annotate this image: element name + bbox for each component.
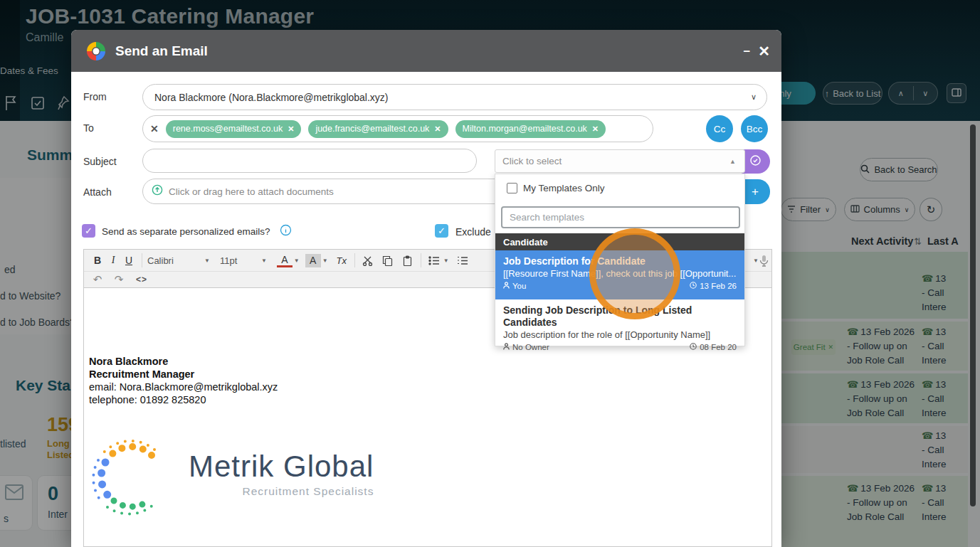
template-owner: You [512, 282, 526, 290]
signature-role: Recruitment Manager [89, 368, 278, 381]
clear-formatting-button[interactable]: Tx [334, 252, 349, 269]
template-search-input[interactable] [501, 206, 740, 228]
signature-email: email: Nora.Blackmore@metrikglobal.xyz [89, 381, 278, 393]
template-owner: No Owner [512, 343, 549, 351]
my-templates-label: My Templates Only [523, 183, 605, 193]
chevron-down-icon: ∨ [751, 92, 757, 102]
underline-button[interactable]: U [121, 252, 137, 269]
divider [421, 253, 421, 267]
template-subtitle: Job description for the role of [[Opport… [503, 329, 737, 341]
my-templates-checkbox[interactable] [507, 183, 517, 193]
cc-button[interactable]: Cc [706, 115, 733, 142]
bcc-button[interactable]: Bcc [741, 115, 768, 142]
recipient-email: rene.moss@emailtest.co.uk [173, 124, 283, 134]
modal-title: Send an Email [115, 43, 208, 59]
recipient-email: Milton.morgan@emailtest.co.uk [463, 124, 587, 134]
recipient-chip[interactable]: jude.francis@emailtest.co.uk ✕ [308, 120, 448, 138]
bold-button[interactable]: B [90, 252, 105, 269]
chevron-down-icon: ▼ [322, 257, 328, 264]
email-signature: Nora Blackmore Recruitment Manager email… [89, 355, 278, 406]
plus-icon: + [752, 185, 759, 199]
template-dropdown-panel: My Templates Only Candidate Job Descript… [495, 174, 745, 346]
separate-emails-label: Send as separate personalized emails? [102, 226, 270, 237]
send-email-modal: Send an Email – ✕ From Nora Blackmore (N… [71, 30, 781, 547]
person-icon [503, 282, 510, 290]
cut-button[interactable] [360, 252, 376, 269]
code-view-button[interactable]: <> [134, 271, 149, 288]
modal-header: Send an Email – ✕ [71, 30, 781, 72]
info-icon[interactable] [280, 224, 292, 239]
undo-button[interactable]: ↶ [90, 271, 105, 288]
template-select[interactable]: Click to select ▲ [495, 149, 745, 173]
from-select[interactable]: Nora Blackmore (Nora.Blackmore@metrikglo… [142, 84, 767, 110]
attach-label: Attach [83, 186, 112, 198]
numbered-list-button[interactable] [455, 252, 470, 269]
from-label: From [83, 91, 107, 102]
paste-button[interactable] [400, 252, 416, 269]
redo-button[interactable]: ↷ [111, 271, 127, 288]
attach-placeholder: Click or drag here to attach documents [169, 186, 334, 197]
upload-icon [152, 184, 163, 198]
person-icon [503, 343, 510, 351]
chevron-up-icon: ▲ [729, 158, 736, 165]
template-group-header: Candidate [495, 233, 744, 250]
clock-icon [690, 343, 697, 351]
template-item[interactable]: Sending Job Description to Long Listed C… [495, 299, 744, 346]
template-title: Job Description for Candidate [503, 255, 737, 267]
highlight-color-button[interactable]: A [305, 254, 321, 267]
to-label: To [83, 122, 94, 134]
remove-icon[interactable]: ✕ [592, 124, 599, 134]
recipient-chip[interactable]: rene.moss@emailtest.co.uk ✕ [166, 120, 302, 138]
logo-title: Metrik Global [189, 450, 374, 484]
chevron-down-icon: ▼ [261, 257, 267, 264]
remove-icon[interactable]: ✕ [434, 124, 441, 134]
chevron-down-icon: ▼ [443, 257, 449, 264]
clock-icon [690, 282, 697, 290]
template-date: 13 Feb 26 [700, 282, 737, 290]
template-date: 08 Feb 20 [700, 343, 737, 351]
clear-all-icon[interactable]: ✕ [150, 123, 159, 134]
template-placeholder: Click to select [502, 156, 562, 166]
company-logo: Metrik Global Recruitment Specialists [89, 437, 374, 519]
my-templates-option[interactable]: My Templates Only [507, 183, 605, 193]
divider [142, 253, 142, 267]
chat-check-icon [749, 154, 762, 169]
separate-emails-checkbox[interactable]: ✓ [82, 224, 95, 238]
exclude-checkbox[interactable]: ✓ [435, 224, 448, 238]
recipient-chip[interactable]: Milton.morgan@emailtest.co.uk ✕ [455, 120, 606, 138]
exclude-label: Exclude [455, 226, 491, 238]
signature-name: Nora Blackmore [89, 355, 278, 368]
signature-phone: telephone: 01892 825820 [89, 393, 278, 406]
template-subtitle: [[Resource First Name]], check out this … [503, 267, 737, 280]
minimize-button[interactable]: – [744, 45, 750, 57]
recipient-email: jude.francis@emailtest.co.uk [315, 124, 429, 134]
metrik-global-logo-icon [89, 437, 169, 519]
close-button[interactable]: ✕ [758, 44, 770, 58]
subject-input[interactable] [142, 149, 477, 173]
dictate-button[interactable]: ▼ [752, 252, 769, 269]
logo-tagline: Recruitment Specialists [242, 485, 374, 498]
italic-button[interactable]: I [105, 252, 121, 269]
subject-label: Subject [83, 156, 117, 167]
divider [354, 253, 355, 267]
from-value: Nora Blackmore (Nora.Blackmore@metrikglo… [154, 92, 389, 103]
chevron-down-icon: ▼ [753, 257, 759, 264]
copy-button[interactable] [380, 252, 396, 269]
font-size-select[interactable]: 11pt [220, 252, 260, 269]
app-logo-icon [87, 42, 105, 60]
chevron-down-icon: ▼ [294, 257, 300, 264]
screen: JOB-1031 Catering Manager Camille Dates … [0, 0, 980, 547]
template-item-selected[interactable]: Job Description for Candidate [[Resource… [495, 250, 744, 299]
bullet-list-button[interactable] [426, 252, 442, 269]
to-field[interactable]: ✕ rene.moss@emailtest.co.uk ✕ jude.franc… [142, 115, 653, 142]
font-color-button[interactable]: A [277, 254, 293, 267]
remove-icon[interactable]: ✕ [288, 124, 294, 134]
chevron-down-icon: ▼ [204, 257, 210, 264]
template-title: Sending Job Description to Long Listed C… [503, 304, 737, 329]
font-family-select[interactable]: Calibri [147, 252, 203, 269]
